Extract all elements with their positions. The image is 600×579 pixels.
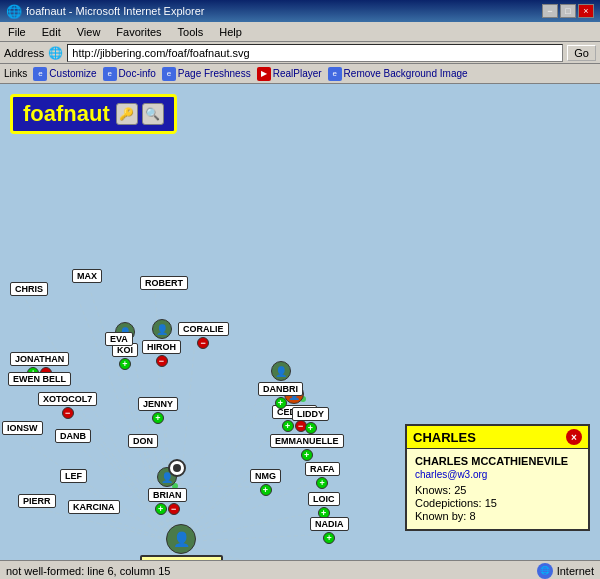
danb-node[interactable]: DANB — [55, 429, 91, 443]
codepictions-label: Codepictions: — [415, 497, 482, 509]
danb-label[interactable]: DANB — [55, 429, 91, 443]
nadia-plus-btn[interactable]: + — [323, 532, 335, 544]
nmg-plus-btn[interactable]: + — [260, 484, 272, 496]
link-realplayer[interactable]: ▶ RealPlayer — [257, 67, 322, 81]
title-bar-left: 🌐 foafnaut - Microsoft Internet Explorer — [6, 4, 205, 19]
brian-plus-btn[interactable]: + — [155, 503, 167, 515]
koi-plus-btn[interactable]: + — [119, 358, 131, 370]
karcina-label[interactable]: KARCINA — [68, 500, 120, 514]
liddy-node[interactable]: LIDDY + — [292, 407, 329, 434]
menu-favorites[interactable]: Favorites — [112, 25, 165, 39]
liddy-controls: + — [305, 422, 317, 434]
loic-node[interactable]: LOIC + — [308, 492, 340, 519]
eva-node[interactable]: EVA — [105, 332, 133, 346]
jenny-label[interactable]: JENNY — [138, 397, 178, 411]
close-button[interactable]: × — [578, 4, 594, 18]
nadia-node[interactable]: NADIA + — [310, 517, 349, 544]
liddy-plus-btn[interactable]: + — [305, 422, 317, 434]
menu-view[interactable]: View — [73, 25, 105, 39]
info-close-button[interactable]: × — [566, 429, 582, 445]
key-icon[interactable]: 🔑 — [116, 103, 138, 125]
rafa-controls: + — [316, 477, 328, 489]
danbri-node[interactable]: 👤 DANBRI + — [258, 361, 303, 409]
hiroh-avatar: 👤 — [152, 319, 172, 339]
menu-tools[interactable]: Tools — [174, 25, 208, 39]
karcina-node[interactable]: KARCINA — [68, 500, 120, 514]
ie-logo: 🌐 — [6, 4, 22, 19]
ewen-bell-label[interactable]: EWEN BELL — [8, 372, 71, 386]
jenny-controls: + — [152, 412, 164, 424]
robert-node[interactable]: ROBERT — [140, 276, 188, 290]
menu-edit[interactable]: Edit — [38, 25, 65, 39]
ionsw-label[interactable]: IONSW — [2, 421, 43, 435]
lef-label[interactable]: LEF — [60, 469, 87, 483]
loic-label[interactable]: LOIC — [308, 492, 340, 506]
chris-node[interactable]: CHRIS — [10, 282, 48, 296]
menu-file[interactable]: File — [4, 25, 30, 39]
docinfo-icon: e — [103, 67, 117, 81]
don-label[interactable]: DON — [128, 434, 158, 448]
maximize-button[interactable]: □ — [560, 4, 576, 18]
search-icon[interactable]: 🔍 — [142, 103, 164, 125]
rafa-node[interactable]: RAFA + — [305, 462, 340, 489]
eva-label[interactable]: EVA — [105, 332, 133, 346]
nmg-label[interactable]: NMG — [250, 469, 281, 483]
info-known-by-row: Known by: 8 — [415, 510, 580, 522]
chris-label[interactable]: CHRIS — [10, 282, 48, 296]
max-label[interactable]: MAX — [72, 269, 102, 283]
link-docinfo[interactable]: e Doc-info — [103, 67, 156, 81]
rafa-label[interactable]: RAFA — [305, 462, 340, 476]
nmg-node[interactable]: NMG + — [250, 469, 281, 496]
target-icon[interactable] — [168, 459, 186, 477]
liddy-label[interactable]: LIDDY — [292, 407, 329, 421]
robert-label[interactable]: ROBERT — [140, 276, 188, 290]
removebg-icon: e — [328, 67, 342, 81]
protocol7-minus-btn[interactable]: − — [62, 407, 74, 419]
danbri-label[interactable]: DANBRI — [258, 382, 303, 396]
coralie-label[interactable]: CORALIE — [178, 322, 229, 336]
coralie-node[interactable]: CORALIE − — [178, 322, 229, 349]
statusbar-right: 🌐 Internet — [537, 563, 594, 579]
emmanuelle-label[interactable]: EMMANUELLE — [270, 434, 344, 448]
jenny-node[interactable]: JENNY + — [138, 397, 178, 424]
go-button[interactable]: Go — [567, 45, 596, 61]
charles-main-node[interactable]: 👤 CHARLES − — [140, 524, 223, 560]
coralie-minus-btn[interactable]: − — [197, 337, 209, 349]
ewen-bell-node[interactable]: EWEN BELL — [8, 372, 71, 386]
info-email[interactable]: charles@w3.org — [415, 469, 580, 480]
don-node[interactable]: DON — [128, 434, 158, 448]
window-controls[interactable]: − □ × — [542, 4, 594, 18]
hiroh-label[interactable]: HIROH — [142, 340, 181, 354]
hiroh-minus-btn[interactable]: − — [156, 355, 168, 367]
minimize-button[interactable]: − — [542, 4, 558, 18]
protocol7-label[interactable]: XOTOCOL7 — [38, 392, 97, 406]
danbri-plus-btn[interactable]: + — [275, 397, 287, 409]
link-removebg[interactable]: e Remove Background Image — [328, 67, 468, 81]
brian-label[interactable]: BRIAN — [148, 488, 187, 502]
rafa-plus-btn[interactable]: + — [316, 477, 328, 489]
statusbar: not well-formed: line 6, column 15 🌐 Int… — [0, 560, 600, 579]
nadia-label[interactable]: NADIA — [310, 517, 349, 531]
title-bar: 🌐 foafnaut - Microsoft Internet Explorer… — [0, 0, 600, 22]
lef-node[interactable]: LEF — [60, 469, 87, 483]
menu-help[interactable]: Help — [215, 25, 246, 39]
emmanuelle-plus-btn[interactable]: + — [301, 449, 313, 461]
charles-main-label[interactable]: CHARLES — [140, 555, 223, 560]
pierr-label[interactable]: PIERR — [18, 494, 56, 508]
emmanuelle-controls: + — [301, 449, 313, 461]
jonathan-label[interactable]: JONATHAN — [10, 352, 69, 366]
emmanuelle-node[interactable]: EMMANUELLE + — [270, 434, 344, 461]
koi-node[interactable]: 👤 KOI + — [112, 322, 138, 370]
pierr-node[interactable]: PIERR — [18, 494, 56, 508]
address-input[interactable] — [67, 44, 563, 62]
known-by-label: Known by: — [415, 510, 466, 522]
protocol7-node[interactable]: XOTOCOL7 − — [38, 392, 97, 419]
jenny-plus-btn[interactable]: + — [152, 412, 164, 424]
ionsw-node[interactable]: IONSW — [2, 421, 43, 435]
hiroh-node[interactable]: 👤 HIROH − — [142, 319, 181, 367]
brian-minus-btn[interactable]: − — [168, 503, 180, 515]
max-node[interactable]: MAX — [72, 269, 102, 283]
known-by-value: 8 — [469, 510, 475, 522]
link-pagefreshness[interactable]: e Page Freshness — [162, 67, 251, 81]
link-customize[interactable]: e Customize — [33, 67, 96, 81]
